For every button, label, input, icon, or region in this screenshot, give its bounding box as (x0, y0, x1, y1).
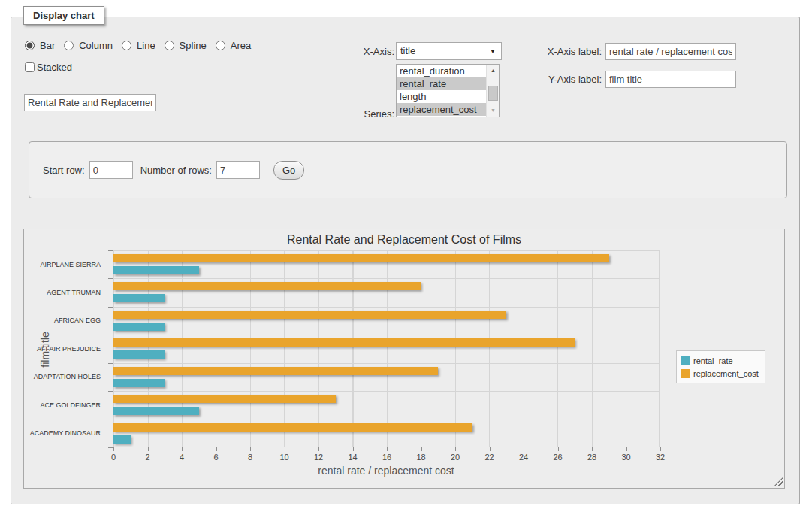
x-axis-select-label: X-Axis: (333, 46, 394, 57)
chart-title-input[interactable] (24, 94, 156, 111)
category-axis-labels: AIRPLANE SIERRAAGENT TRUMANAFRICAN EGGAF… (24, 250, 107, 447)
chart-container: Rental Rate and Replacement Cost of Film… (23, 229, 785, 489)
x-axis-tick-label: 30 (621, 453, 630, 462)
x-axis-select[interactable]: title ▼ (396, 42, 502, 60)
series-option[interactable]: rental_rate (397, 77, 499, 90)
y-axis-tick (108, 391, 113, 392)
series-scrollbar[interactable]: ▲ ▼ (486, 65, 499, 117)
bar-replacement-cost (113, 282, 421, 290)
display-chart-fieldset: Display chart Bar Column Line Spline Are… (11, 17, 800, 504)
chevron-down-icon: ▼ (490, 48, 496, 55)
x-axis-label-input[interactable] (605, 43, 736, 60)
x-axis-tick-label: 0 (111, 453, 116, 462)
start-row-input[interactable] (89, 161, 133, 179)
x-axis-tick-label: 26 (553, 453, 562, 462)
resize-handle-icon[interactable] (774, 477, 783, 486)
x-axis-tick (353, 447, 354, 451)
legend-label: replacement_cost (693, 369, 759, 378)
x-axis-tick-label: 2 (145, 453, 149, 462)
category-label: AGENT TRUMAN (47, 289, 101, 296)
y-axis-tick (108, 278, 113, 279)
legend-item[interactable]: rental_rate (681, 354, 759, 367)
go-button[interactable]: Go (273, 161, 304, 180)
x-axis-tick (216, 447, 217, 451)
x-axis-tick-label: 12 (314, 453, 323, 462)
bar-replacement-cost (113, 423, 472, 432)
bar-rental-rate (113, 435, 131, 444)
chart-title: Rental Rate and Replacement Cost of Film… (24, 233, 784, 247)
x-axis-tick-label: 8 (248, 453, 252, 462)
x-axis-tick-label: 6 (213, 453, 218, 462)
chart-type-radio-area[interactable] (216, 41, 225, 50)
chart-type-label-spline: Spline (180, 40, 207, 51)
x-axis-tick (285, 447, 285, 451)
bar-replacement-cost (113, 367, 438, 375)
bar-rental-rate (113, 350, 165, 359)
x-axis-tick-label: 4 (180, 453, 184, 462)
series-multiselect[interactable]: rental_durationrental_ratelengthreplacem… (396, 64, 500, 117)
x-axis-tick (558, 447, 559, 451)
x-axis-tick (250, 447, 251, 451)
stacked-label: Stacked (37, 62, 72, 73)
series-select-label: Series: (333, 108, 394, 120)
chart-type-radio-column[interactable] (64, 41, 74, 50)
scrollbar-thumb[interactable] (488, 86, 498, 101)
chart-legend: rental_ratereplacement_cost (676, 350, 765, 383)
category-label: ACADEMY DINOSAUR (30, 429, 101, 437)
legend-label: rental_rate (693, 356, 733, 365)
x-axis-tick (318, 447, 319, 451)
series-option[interactable]: rental_duration (397, 65, 499, 77)
chart-type-radio-line[interactable] (122, 41, 131, 50)
bar-replacement-cost (113, 311, 506, 319)
chart-type-radio-bar[interactable] (25, 41, 35, 50)
bar-rental-rate (113, 407, 199, 415)
bar-replacement-cost (113, 254, 609, 262)
y-axis-label-input[interactable] (605, 71, 736, 88)
bar-replacement-cost (113, 338, 575, 347)
bar-rental-rate (113, 379, 165, 387)
x-axis-tick-label: 32 (656, 453, 665, 462)
num-rows-label: Number of rows: (140, 165, 212, 176)
x-axis-tick (387, 447, 388, 451)
y-axis-label-field-label: Y-Axis label: (533, 74, 602, 85)
x-axis-tick-label: 18 (416, 453, 425, 462)
x-axis-tick (455, 447, 456, 451)
fieldset-legend: Display chart (23, 6, 104, 25)
x-axis-tick-label: 14 (348, 453, 357, 462)
chart-type-label-bar: Bar (40, 40, 55, 51)
plot-area: 02468101214161820222426283032 (113, 250, 660, 447)
legend-item[interactable]: replacement_cost (681, 367, 759, 380)
y-axis-tick (108, 420, 113, 420)
x-axis-tick (660, 447, 661, 451)
rows-panel: Start row: Number of rows: Go (29, 141, 787, 198)
series-option[interactable]: length (397, 90, 499, 103)
bar-rental-rate (113, 294, 165, 302)
category-label: AFFAIR PREJUDICE (37, 345, 101, 353)
x-axis-tick-label: 22 (484, 453, 494, 462)
x-axis-tick (148, 447, 149, 451)
bar-replacement-cost (113, 395, 336, 403)
legend-swatch (681, 369, 690, 378)
y-axis-tick (108, 447, 113, 448)
x-axis-tick (490, 447, 491, 451)
scroll-down-icon[interactable]: ▼ (487, 105, 500, 117)
legend-swatch (681, 356, 690, 365)
chart-type-radio-spline[interactable] (165, 41, 174, 50)
stacked-checkbox[interactable] (25, 62, 35, 72)
bar-rental-rate (113, 323, 165, 331)
y-axis-tick (108, 363, 113, 364)
x-axis-tick-label: 28 (587, 453, 596, 462)
chart-type-radio-group: Bar Column Line Spline Area (25, 40, 257, 51)
y-axis-tick (108, 250, 113, 251)
y-axis-tick (108, 307, 113, 308)
stacked-row: Stacked (25, 62, 72, 73)
x-axis-tick-label: 10 (279, 453, 288, 462)
series-option[interactable]: replacement_cost (397, 103, 499, 116)
num-rows-input[interactable] (216, 161, 260, 179)
category-label: ACE GOLDFINGER (40, 401, 101, 409)
x-axis-label-field-label: X-Axis label: (533, 46, 602, 57)
category-label: AFRICAN EGG (54, 317, 101, 324)
scroll-up-icon[interactable]: ▲ (487, 65, 500, 77)
x-axis-tick-label: 24 (519, 453, 528, 462)
x-axis-select-value: title (400, 45, 415, 56)
